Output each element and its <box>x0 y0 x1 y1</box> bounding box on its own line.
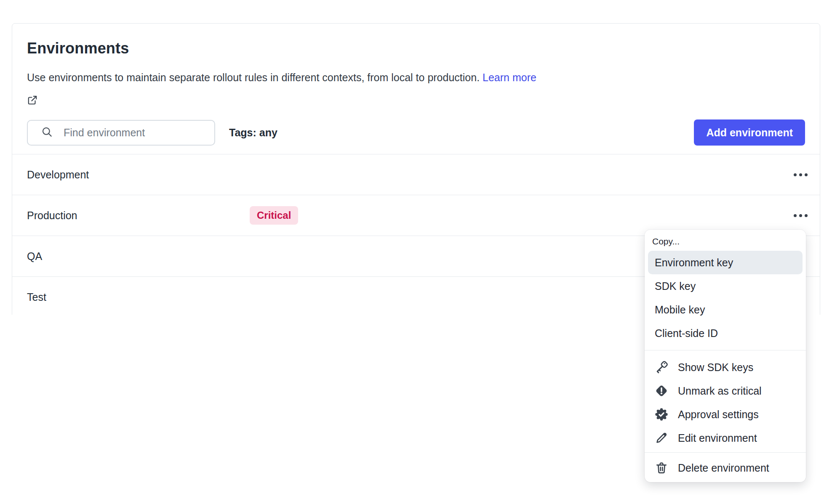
key-icon <box>655 361 668 374</box>
learn-more-external-link[interactable] <box>27 95 805 106</box>
critical-badge: Critical <box>250 206 298 225</box>
menu-item-delete-environment[interactable]: Delete environment <box>648 456 803 480</box>
menu-item-label: Approval settings <box>678 409 759 421</box>
row-overflow-menu-button[interactable] <box>790 164 811 185</box>
alert-diamond-icon <box>655 384 668 398</box>
external-link-icon <box>27 95 805 106</box>
menu-item-show-sdk-keys[interactable]: Show SDK keys <box>648 355 803 379</box>
menu-item-copy-sdk-key[interactable]: SDK key <box>648 274 803 298</box>
trash-icon <box>655 461 668 475</box>
menu-item-copy-mobile-key[interactable]: Mobile key <box>648 298 803 321</box>
description-text: Use environments to maintain separate ro… <box>27 72 480 83</box>
environment-name: Production <box>27 210 77 222</box>
pencil-icon <box>655 431 668 445</box>
add-environment-button[interactable]: Add environment <box>694 119 805 146</box>
search-input[interactable] <box>64 127 206 139</box>
toolbar: Tags: any Add environment <box>27 119 805 146</box>
menu-item-label: Edit environment <box>678 432 757 444</box>
menu-item-label: Unmark as critical <box>678 385 762 397</box>
learn-more-link[interactable]: Learn more <box>483 72 536 83</box>
menu-item-copy-environment-key[interactable]: Environment key <box>648 251 803 274</box>
search-box[interactable] <box>27 120 215 146</box>
menu-item-unmark-as-critical[interactable]: Unmark as critical <box>648 379 803 403</box>
ellipsis-icon <box>794 173 808 176</box>
card-header: Environments Use environments to maintai… <box>12 24 820 146</box>
menu-item-copy-client-side-id[interactable]: Client-side ID <box>648 321 803 345</box>
menu-item-label: Delete environment <box>678 462 769 474</box>
menu-item-edit-environment[interactable]: Edit environment <box>648 426 803 450</box>
ellipsis-icon <box>794 214 808 217</box>
badge-check-icon <box>655 408 668 421</box>
description: Use environments to maintain separate ro… <box>27 71 805 84</box>
search-icon <box>41 126 64 139</box>
environment-context-menu: Copy... Environment key SDK key Mobile k… <box>645 230 806 482</box>
menu-item-label: Show SDK keys <box>678 361 753 374</box>
menu-divider <box>645 350 806 350</box>
menu-item-approval-settings[interactable]: Approval settings <box>648 403 803 426</box>
menu-divider <box>645 452 806 453</box>
tags-filter[interactable]: Tags: any <box>229 127 277 139</box>
environment-name: QA <box>27 250 42 263</box>
page-title: Environments <box>27 40 805 57</box>
environment-row-development: Development <box>12 154 820 195</box>
environment-name: Development <box>27 169 89 181</box>
menu-section-label: Copy... <box>648 234 803 251</box>
environment-name: Test <box>27 291 46 303</box>
row-overflow-menu-button[interactable] <box>790 205 811 225</box>
